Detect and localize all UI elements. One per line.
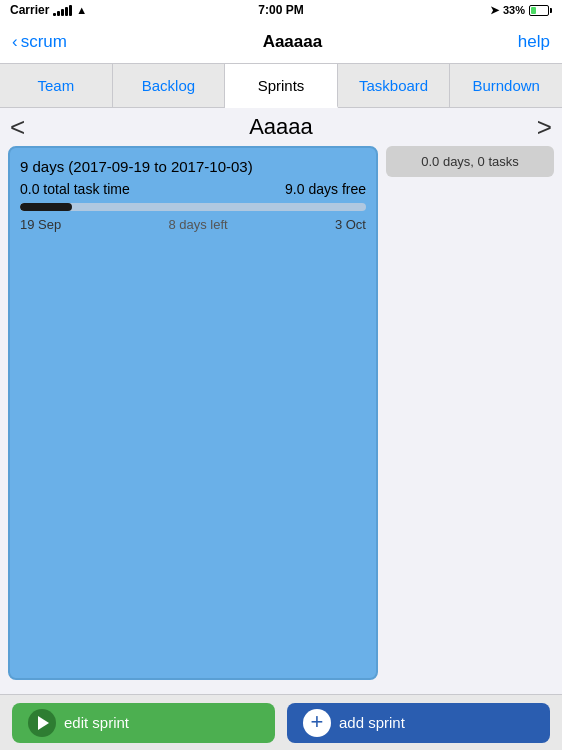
nav-title: Aaaaaa: [263, 32, 323, 52]
start-date: 19 Sep: [20, 217, 61, 232]
sprint-card: 9 days (2017-09-19 to 2017-10-03) 0.0 to…: [8, 146, 378, 680]
edit-sprint-label: edit sprint: [64, 714, 129, 731]
status-right: ➤ 33%: [490, 4, 552, 17]
play-triangle-icon: [38, 716, 49, 730]
days-tasks-info: 0.0 days, 0 tasks: [386, 146, 554, 177]
back-button[interactable]: ‹ scrum: [12, 32, 67, 52]
date-row: 19 Sep 8 days left 3 Oct: [20, 217, 366, 232]
sprint-task-row: 0.0 total task time 9.0 days free: [20, 181, 366, 197]
signal-icon: [53, 5, 72, 16]
next-sprint-button[interactable]: >: [537, 114, 552, 140]
add-sprint-label: add sprint: [339, 714, 405, 731]
back-label: scrum: [21, 32, 67, 52]
wifi-icon: ▲: [76, 4, 87, 16]
main-content: 9 days (2017-09-19 to 2017-10-03) 0.0 to…: [0, 146, 562, 688]
tab-team[interactable]: Team: [0, 64, 113, 107]
help-button[interactable]: help: [518, 32, 550, 52]
end-date: 3 Oct: [335, 217, 366, 232]
tab-sprints-label: Sprints: [258, 77, 305, 94]
location-icon: ➤: [490, 4, 499, 17]
tab-backlog[interactable]: Backlog: [113, 64, 226, 107]
tab-burndown[interactable]: Burndown: [450, 64, 562, 107]
carrier-label: Carrier: [10, 3, 49, 17]
play-icon: [28, 709, 56, 737]
status-time: 7:00 PM: [258, 3, 303, 17]
plus-circle-icon: +: [303, 709, 331, 737]
tab-backlog-label: Backlog: [142, 77, 195, 94]
tab-bar: Team Backlog Sprints Taskboard Burndown: [0, 64, 562, 108]
days-left: 8 days left: [168, 217, 227, 232]
progress-bar-fill: [20, 203, 72, 211]
tab-taskboard[interactable]: Taskboard: [338, 64, 451, 107]
progress-bar: [20, 203, 366, 211]
battery-percent: 33%: [503, 4, 525, 16]
sprint-days-free: 9.0 days free: [285, 181, 366, 197]
tab-team-label: Team: [37, 77, 74, 94]
status-bar: Carrier ▲ 7:00 PM ➤ 33%: [0, 0, 562, 20]
status-left: Carrier ▲: [10, 3, 87, 17]
bottom-toolbar: edit sprint + add sprint: [0, 694, 562, 750]
tab-sprints[interactable]: Sprints: [225, 64, 338, 108]
tab-taskboard-label: Taskboard: [359, 77, 428, 94]
sprint-total-time: 0.0 total task time: [20, 181, 130, 197]
add-sprint-button[interactable]: + add sprint: [287, 703, 550, 743]
right-panel: 0.0 days, 0 tasks: [386, 146, 554, 680]
prev-sprint-button[interactable]: <: [10, 114, 25, 140]
battery-icon: [529, 5, 552, 16]
sprint-duration: 9 days (2017-09-19 to 2017-10-03): [20, 158, 366, 175]
edit-sprint-button[interactable]: edit sprint: [12, 703, 275, 743]
chevron-left-icon: ‹: [12, 32, 18, 52]
nav-bar: ‹ scrum Aaaaaa help: [0, 20, 562, 64]
tab-burndown-label: Burndown: [472, 77, 540, 94]
sprint-title: Aaaaa: [249, 114, 313, 140]
sprint-header: < Aaaaa >: [0, 108, 562, 146]
plus-icon: +: [311, 711, 324, 733]
